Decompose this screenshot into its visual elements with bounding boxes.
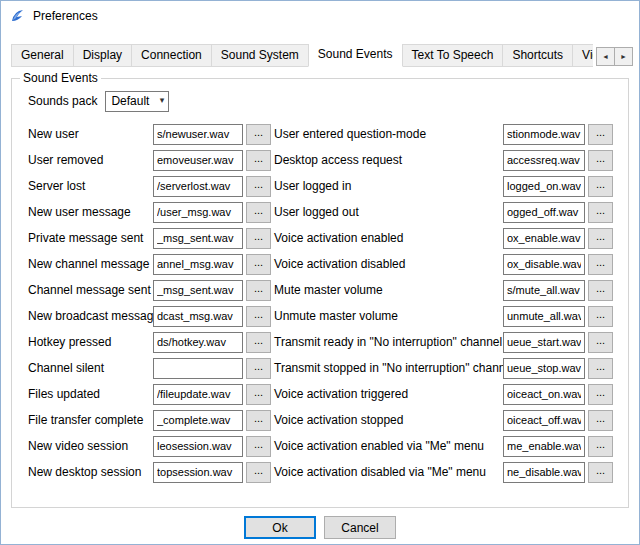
dialog-footer: Ok Cancel <box>1 516 639 539</box>
row-label-new-user: New user <box>28 127 79 141</box>
sound-file-input-user-logged-out[interactable] <box>503 202 585 223</box>
title-bar[interactable]: Preferences <box>1 1 639 31</box>
sound-file-input-mute-master-volume[interactable] <box>503 280 585 301</box>
browse-button-new-desktop-session[interactable]: ... <box>246 462 271 483</box>
sound-file-input-new-channel-message[interactable] <box>153 254 243 275</box>
sound-file-input-new-broadcast-message[interactable] <box>153 306 243 327</box>
tab-connection[interactable]: Connection <box>131 44 212 67</box>
browse-button-files-updated[interactable]: ... <box>246 384 271 405</box>
browse-button-user-logged-out[interactable]: ... <box>588 202 613 223</box>
sound-file-input-voice-activation-enabled[interactable] <box>503 228 585 249</box>
row-label-new-user-message: New user message <box>28 205 131 219</box>
grid-cell: Unmute master volume <box>274 303 500 329</box>
browse-button-private-message-sent[interactable]: ... <box>246 228 271 249</box>
sound-file-input-voice-activation-disabled[interactable] <box>503 254 585 275</box>
sound-file-input-transmit-stopped-in-no-interruption-channel[interactable] <box>503 358 585 379</box>
grid-cell <box>153 121 243 147</box>
row-label-new-desktop-session: New desktop session <box>28 465 141 479</box>
grid-cell <box>153 303 243 329</box>
grid-cell <box>153 329 243 355</box>
sound-file-input-user-removed[interactable] <box>153 150 243 171</box>
sound-file-input-new-user-message[interactable] <box>153 202 243 223</box>
sound-file-input-private-message-sent[interactable] <box>153 228 243 249</box>
browse-button-unmute-master-volume[interactable]: ... <box>588 306 613 327</box>
browse-button-mute-master-volume[interactable]: ... <box>588 280 613 301</box>
browse-button-channel-silent[interactable]: ... <box>246 358 271 379</box>
grid-cell: New broadcast message <box>28 303 150 329</box>
sound-file-input-new-desktop-session[interactable] <box>153 462 243 483</box>
browse-button-file-transfer-complete[interactable]: ... <box>246 410 271 431</box>
browse-button-new-user-message[interactable]: ... <box>246 202 271 223</box>
tab-scroll-buttons: ◄ ► <box>597 47 633 66</box>
sound-file-input-files-updated[interactable] <box>153 384 243 405</box>
sound-file-input-file-transfer-complete[interactable] <box>153 410 243 431</box>
sound-file-input-transmit-ready-in-no-interruption-channel[interactable] <box>503 332 585 353</box>
browse-button-voice-activation-disabled[interactable]: ... <box>588 254 613 275</box>
browse-button-user-logged-in[interactable]: ... <box>588 176 613 197</box>
browse-button-new-broadcast-message[interactable]: ... <box>246 306 271 327</box>
grid-cell: ... <box>588 381 613 407</box>
row-label-user-entered-question-mode: User entered question-mode <box>274 127 426 141</box>
tab-video[interactable]: Video <box>572 44 593 67</box>
tab-sound-system[interactable]: Sound System <box>211 44 309 67</box>
sound-file-input-hotkey-pressed[interactable] <box>153 332 243 353</box>
browse-button-voice-activation-triggered[interactable]: ... <box>588 384 613 405</box>
tab-shortcuts[interactable]: Shortcuts <box>502 44 573 67</box>
sound-file-input-channel-silent[interactable] <box>153 358 243 379</box>
row-label-voice-activation-triggered: Voice activation triggered <box>274 387 408 401</box>
grid-cell: Voice activation stopped <box>274 407 500 433</box>
row-label-voice-activation-enabled-via-me-menu: Voice activation enabled via "Me" menu <box>274 439 484 453</box>
sounds-pack-combobox[interactable]: Default ▾ <box>105 91 169 112</box>
tab-scroll-right-button[interactable]: ► <box>614 47 633 66</box>
grid-cell: ... <box>246 147 271 173</box>
sound-file-input-channel-message-sent[interactable] <box>153 280 243 301</box>
browse-button-voice-activation-disabled-via-me-menu[interactable]: ... <box>588 462 613 483</box>
browse-button-new-user[interactable]: ... <box>246 124 271 145</box>
browse-button-user-entered-question-mode[interactable]: ... <box>588 124 613 145</box>
tab-general[interactable]: General <box>11 44 74 67</box>
tab-scroll-left-button[interactable]: ◄ <box>596 47 615 66</box>
browse-button-voice-activation-enabled[interactable]: ... <box>588 228 613 249</box>
sound-file-input-user-logged-in[interactable] <box>503 176 585 197</box>
grid-cell <box>503 303 585 329</box>
grid-cell: Voice activation enabled via "Me" menu <box>274 433 500 459</box>
ok-button[interactable]: Ok <box>244 516 316 539</box>
sound-file-input-user-entered-question-mode[interactable] <box>503 124 585 145</box>
tab-sound-events[interactable]: Sound Events <box>308 44 403 67</box>
sounds-pack-label: Sounds pack <box>28 94 97 108</box>
sound-file-input-new-video-session[interactable] <box>153 436 243 457</box>
browse-button-desktop-access-request[interactable]: ... <box>588 150 613 171</box>
browse-button-server-lost[interactable]: ... <box>246 176 271 197</box>
sound-file-input-server-lost[interactable] <box>153 176 243 197</box>
preferences-dialog: Preferences GeneralDisplayConnectionSoun… <box>0 0 640 545</box>
row-label-voice-activation-disabled-via-me-menu: Voice activation disabled via "Me" menu <box>274 465 486 479</box>
browse-button-hotkey-pressed[interactable]: ... <box>246 332 271 353</box>
tab-strip: GeneralDisplayConnectionSound SystemSoun… <box>11 44 593 67</box>
chevron-down-icon: ▾ <box>160 96 165 105</box>
browse-button-new-channel-message[interactable]: ... <box>246 254 271 275</box>
browse-button-voice-activation-enabled-via-me-menu[interactable]: ... <box>588 436 613 457</box>
browse-button-voice-activation-stopped[interactable]: ... <box>588 410 613 431</box>
grid-cell: ... <box>246 277 271 303</box>
sound-file-input-voice-activation-stopped[interactable] <box>503 410 585 431</box>
grid-cell: ... <box>588 199 613 225</box>
sound-file-input-voice-activation-triggered[interactable] <box>503 384 585 405</box>
sound-file-input-voice-activation-enabled-via-me-menu[interactable] <box>503 436 585 457</box>
browse-button-new-video-session[interactable]: ... <box>246 436 271 457</box>
row-label-hotkey-pressed: Hotkey pressed <box>28 335 111 349</box>
browse-button-user-removed[interactable]: ... <box>246 150 271 171</box>
tab-text-to-speech[interactable]: Text To Speech <box>402 44 504 67</box>
browse-button-transmit-stopped-in-no-interruption-channel[interactable]: ... <box>588 358 613 379</box>
browse-button-transmit-ready-in-no-interruption-channel[interactable]: ... <box>588 332 613 353</box>
grid-cell: ... <box>588 303 613 329</box>
browse-button-channel-message-sent[interactable]: ... <box>246 280 271 301</box>
sound-file-input-unmute-master-volume[interactable] <box>503 306 585 327</box>
sound-file-input-desktop-access-request[interactable] <box>503 150 585 171</box>
tab-display[interactable]: Display <box>73 44 132 67</box>
grid-cell: Mute master volume <box>274 277 500 303</box>
sound-file-input-new-user[interactable] <box>153 124 243 145</box>
grid-cell: ... <box>588 147 613 173</box>
cancel-button[interactable]: Cancel <box>324 516 396 539</box>
sound-file-input-voice-activation-disabled-via-me-menu[interactable] <box>503 462 585 483</box>
grid-cell: ... <box>588 355 613 381</box>
